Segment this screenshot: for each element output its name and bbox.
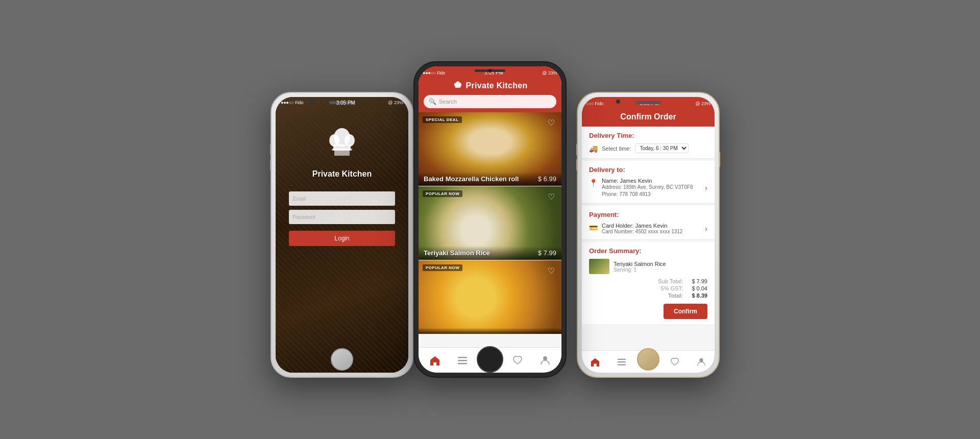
svg-rect-4 (332, 149, 352, 151)
food-item-3[interactable]: Popular Now ♡ (419, 260, 561, 334)
svg-rect-18 (618, 361, 626, 362)
right-home-button[interactable] (637, 348, 659, 371)
address-street: Address: 189th Ave, Surrey, BC V3T0F8 (602, 184, 701, 191)
right-nav-heart[interactable] (662, 357, 688, 367)
gst-line: 5% GST: $ 0.04 (661, 285, 707, 291)
login-screen: ●●●○○ Fido 3:05 PM @ 23% (276, 97, 408, 373)
order-summary-section: Order Summary: Teriyaki Salmon Rice Serv… (582, 242, 715, 324)
food-item-2[interactable]: Popular Now ♡ Teriyaki Salmon Rice $ 7.9… (419, 186, 561, 260)
nav-home[interactable] (421, 348, 449, 373)
food-item-2-name: Teriyaki Salmon Rice (424, 249, 490, 257)
login-content: Private Kitchen Login (276, 108, 408, 246)
food-screen: ●●●○○ Fido 3:05 PM @ 23% Private Kitchen (419, 66, 561, 373)
delivery-chevron-icon[interactable]: › (705, 184, 707, 192)
right-carrier: ○○○ Fido (586, 101, 603, 106)
center-camera (488, 69, 492, 72)
center-phone: ●●●○○ Fido 3:05 PM @ 23% Private Kitchen (413, 61, 567, 378)
food-item-3-image (419, 260, 561, 334)
right-nav-menu[interactable] (608, 358, 635, 366)
address-name: Name: James Kevin (602, 178, 701, 184)
payment-section: Payment: 💳 Card Holder: James Kevin Card… (582, 206, 715, 240)
truck-icon: 🚚 (589, 144, 598, 153)
nav-profile[interactable] (531, 348, 559, 373)
total-label: Total: (668, 292, 683, 299)
food-item-1-heart[interactable]: ♡ (545, 116, 557, 129)
search-bar[interactable]: 🔍 Search (424, 95, 556, 108)
svg-rect-13 (458, 363, 467, 364)
food-header: ●●●○○ Fido 3:05 PM @ 23% Private Kitchen (419, 66, 561, 112)
left-phone: ●●●○○ Fido 3:05 PM @ 23% (271, 92, 413, 378)
food-item-2-overlay: Teriyaki Salmon Rice $ 7.99 (419, 246, 561, 260)
right-phone-camera (616, 100, 620, 104)
food-list: Special Deal ♡ Baked Mozzarella Chicken … (419, 112, 561, 347)
payment-chevron-icon[interactable]: › (705, 225, 707, 233)
confirm-title: Confirm Order (582, 108, 715, 127)
payment-row: 💳 Card Holder: James Kevin Card Number: … (589, 223, 707, 234)
select-time-label: Select time: (602, 145, 631, 152)
order-summary-title: Order Summary: (589, 247, 707, 255)
password-input[interactable] (289, 210, 395, 224)
chef-hat-icon (322, 124, 362, 164)
right-phone-screen: ○○○ Fido 3:05 PM @ 23% Confirm Order Del… (582, 97, 715, 373)
subtotal-label: Sub Total: (658, 278, 683, 284)
login-button[interactable]: Login (289, 231, 395, 246)
left-phone-screen: ●●●○○ Fido 3:05 PM @ 23% (276, 97, 408, 373)
center-home-button[interactable] (477, 346, 503, 373)
confirm-order-button[interactable]: Confirm (664, 304, 707, 319)
address-phone: Phone: 778 708 4913 (602, 191, 701, 198)
right-phone: ○○○ Fido 3:05 PM @ 23% Confirm Order Del… (577, 92, 720, 378)
subtotal-line: Sub Total: $ 7.99 (658, 278, 707, 284)
payment-title: Payment: (589, 211, 707, 218)
svg-rect-5 (334, 151, 350, 156)
card-details: Card Holder: James Kevin Card Number: 45… (602, 223, 701, 234)
svg-rect-17 (618, 358, 626, 359)
center-phone-screen: ●●●○○ Fido 3:05 PM @ 23% Private Kitchen (419, 66, 561, 373)
right-home-icon (590, 357, 600, 367)
svg-point-16 (543, 356, 547, 360)
order-totals: Sub Total: $ 7.99 5% GST: $ 0.04 Total: … (589, 278, 707, 299)
order-item-1: Teriyaki Salmon Rice Serving: 1 (589, 259, 707, 274)
time-select[interactable]: Today, 6 : 30 PM (635, 143, 689, 153)
food-item-2-badge: Popular Now (423, 190, 462, 197)
svg-rect-11 (458, 357, 467, 358)
delivery-address-row: 📍 Name: James Kevin Address: 189th Ave, … (589, 178, 707, 198)
food-item-3-badge: Popular Now (423, 264, 462, 271)
left-home-button[interactable] (331, 348, 353, 371)
right-nav-home[interactable] (582, 357, 608, 367)
food-item-2-heart[interactable]: ♡ (545, 190, 557, 203)
order-item-serving: Serving: 1 (614, 267, 707, 273)
nav-heart[interactable] (504, 348, 531, 373)
delivery-time-title: Delivery Time: (589, 132, 707, 139)
card-holder: Card Holder: James Kevin (602, 223, 701, 229)
subtotal-value: $ 7.99 (687, 278, 707, 284)
right-phone-speaker (635, 101, 661, 104)
home-icon (429, 355, 440, 365)
header-chef-hat-icon (453, 81, 463, 91)
card-number: Card Number: 4502 xxxx xxxx 1312 (602, 229, 701, 234)
nav-menu[interactable] (449, 348, 476, 373)
center-battery: @ 23% (542, 70, 557, 76)
right-nav-profile[interactable] (688, 357, 715, 367)
food-item-1-price: $ 6.99 (538, 175, 556, 183)
gst-label: 5% GST: (661, 285, 683, 291)
food-item-3-heart[interactable]: ♡ (545, 264, 557, 277)
left-time: 3:05 PM (336, 100, 355, 106)
gst-value: $ 0.04 (687, 285, 707, 291)
svg-rect-10 (455, 87, 460, 88)
delivery-to-title: Delivery to: (589, 166, 707, 174)
location-icon: 📍 (589, 179, 598, 187)
total-value: $ 8.39 (687, 292, 707, 299)
food-item-1-badge: Special Deal (423, 116, 462, 123)
confirm-body: Delivery Time: 🚚 Select time: Today, 6 :… (582, 127, 715, 350)
left-status-bar: ●●●○○ Fido 3:05 PM @ 23% (276, 97, 408, 108)
food-item-2-price: $ 7.99 (538, 249, 556, 257)
right-profile-icon (697, 357, 706, 367)
total-line: Total: $ 8.39 (668, 292, 707, 299)
email-input[interactable] (289, 191, 395, 206)
food-app-title: Private Kitchen (466, 81, 528, 90)
search-icon: 🔍 (429, 98, 436, 105)
food-item-1-overlay: Baked Mozzarella Chicken roll $ 6.99 (419, 172, 561, 186)
svg-point-22 (699, 358, 703, 361)
food-item-1-name: Baked Mozzarella Chicken roll (424, 175, 519, 183)
food-item-1[interactable]: Special Deal ♡ Baked Mozzarella Chicken … (419, 112, 561, 186)
